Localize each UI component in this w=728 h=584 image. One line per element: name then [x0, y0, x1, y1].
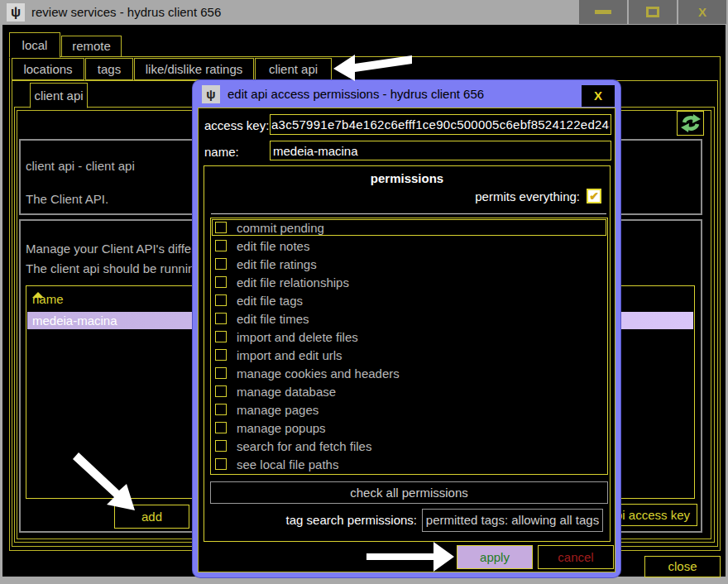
maximize-icon [646, 7, 659, 17]
permission-checkbox[interactable] [215, 222, 227, 233]
permits-everything-label: permits everything: [475, 189, 580, 203]
access-key-label: access key: [204, 118, 269, 132]
tab-local[interactable]: local [9, 32, 60, 58]
permission-label: commit pending [237, 221, 324, 235]
permission-checkbox[interactable] [215, 313, 227, 324]
permission-checkbox[interactable] [215, 240, 227, 251]
permission-checkbox[interactable] [215, 458, 227, 470]
dialog-body: access key: name: permissions permits ev… [198, 108, 615, 572]
maximize-button[interactable] [629, 0, 677, 24]
permission-label: edit file notes [237, 239, 309, 253]
window-title: review services - hydrus client 656 [31, 0, 221, 25]
screen: ψ review services - hydrus client 656 X … [0, 0, 728, 584]
tab-remote[interactable]: remote [61, 36, 122, 57]
permission-row[interactable]: manage pages [211, 400, 607, 419]
innertab-client-api[interactable]: client api [30, 83, 88, 108]
dialog-titlebar: ψ edit api access permissions - hydrus c… [193, 80, 620, 108]
dialog-title: edit api access permissions - hydrus cli… [228, 80, 484, 108]
permission-checkbox[interactable] [215, 440, 227, 452]
permission-row[interactable]: manage cookies and headers [211, 364, 607, 382]
permission-row[interactable]: edit file notes [211, 237, 607, 255]
minimize-icon [595, 10, 611, 14]
hydrus-dialog-icon: ψ [202, 85, 220, 103]
caption-buttons: X [579, 0, 726, 24]
permission-row[interactable]: import and delete files [211, 328, 607, 346]
refresh-icon [680, 113, 702, 133]
name-field[interactable] [270, 141, 611, 160]
permission-label: see local file paths [237, 457, 338, 472]
edit-api-access-permissions-dialog: ψ edit api access permissions - hydrus c… [193, 80, 620, 577]
permission-row[interactable]: manage database [211, 382, 607, 400]
permission-label: edit file tags [237, 294, 303, 308]
permission-label: edit file ratings [237, 257, 317, 271]
permission-row[interactable]: edit file tags [211, 291, 607, 309]
permissions-panel-title: permissions [204, 171, 610, 185]
permission-label: search for and fetch files [237, 439, 371, 453]
permission-row[interactable]: see local file paths [211, 455, 607, 473]
manage-text-line1: Manage your Client API's differ [26, 242, 195, 256]
permissions-panel: permissions permits everything: ✔ commit… [204, 165, 611, 542]
close-window-button[interactable]: X [678, 0, 726, 24]
add-button[interactable]: add [114, 505, 189, 529]
check-all-permissions-button[interactable]: check all permissions [210, 481, 608, 504]
tag-search-permissions-label: tag search permissions: [210, 513, 417, 527]
permission-row[interactable]: edit file times [211, 309, 607, 328]
permissions-list[interactable]: commit pending edit file notes edit file… [210, 218, 608, 475]
close-icon: X [698, 0, 706, 24]
dialog-close-button[interactable]: X [582, 85, 615, 107]
permission-row[interactable]: search for and fetch files [211, 437, 607, 455]
tag-search-permissions-button[interactable]: permitted tags: allowing all tags [422, 509, 603, 532]
permission-checkbox[interactable] [215, 422, 227, 433]
permission-checkbox[interactable] [215, 349, 227, 361]
permission-label: manage cookies and headers [237, 366, 400, 381]
permission-label: manage database [237, 385, 336, 399]
permission-label: manage popups [237, 421, 326, 435]
window-titlebar: ψ review services - hydrus client 656 X [0, 0, 728, 25]
subtab-client-api[interactable]: client api [255, 58, 332, 82]
name-label: name: [204, 145, 239, 159]
permission-label: edit file relationships [237, 275, 349, 290]
permission-checkbox[interactable] [215, 385, 227, 397]
permission-checkbox[interactable] [215, 294, 227, 306]
sort-ascending-icon [32, 292, 44, 298]
close-button[interactable]: close [644, 556, 721, 577]
permission-row[interactable]: import and edit urls [211, 346, 607, 364]
permission-row[interactable]: edit file relationships [211, 273, 607, 291]
client-api-description-title: client api - client api [26, 159, 135, 173]
client-api-description-body: The Client API. [26, 192, 108, 206]
manage-text-line2: The client api should be runnin [26, 261, 194, 275]
minimize-button[interactable] [579, 0, 627, 24]
permission-label: import and edit urls [237, 348, 342, 362]
subtab-locations[interactable]: locations [12, 58, 84, 80]
subtab-tags[interactable]: tags [85, 58, 133, 80]
cancel-button[interactable]: cancel [538, 545, 614, 569]
access-key-field[interactable] [270, 114, 611, 135]
hydrus-app-icon: ψ [7, 3, 25, 22]
permission-checkbox[interactable] [215, 276, 227, 288]
refresh-button[interactable] [677, 111, 704, 136]
permits-everything-checkbox[interactable]: ✔ [587, 189, 601, 203]
permission-label: edit file times [237, 312, 309, 326]
permission-checkbox[interactable] [215, 404, 227, 415]
permission-row[interactable]: edit file ratings [211, 255, 607, 273]
permission-label: manage pages [237, 403, 318, 417]
permission-checkbox[interactable] [215, 367, 227, 379]
permission-row[interactable]: commit pending [211, 218, 607, 237]
permission-checkbox[interactable] [215, 258, 227, 270]
apply-button[interactable]: apply [457, 545, 533, 569]
permission-row[interactable]: manage popups [211, 419, 607, 437]
subtab-like-dislike-ratings[interactable]: like/dislike ratings [134, 58, 254, 80]
divider [211, 213, 606, 214]
permission-label: import and delete files [237, 330, 358, 344]
permission-checkbox[interactable] [215, 331, 227, 342]
